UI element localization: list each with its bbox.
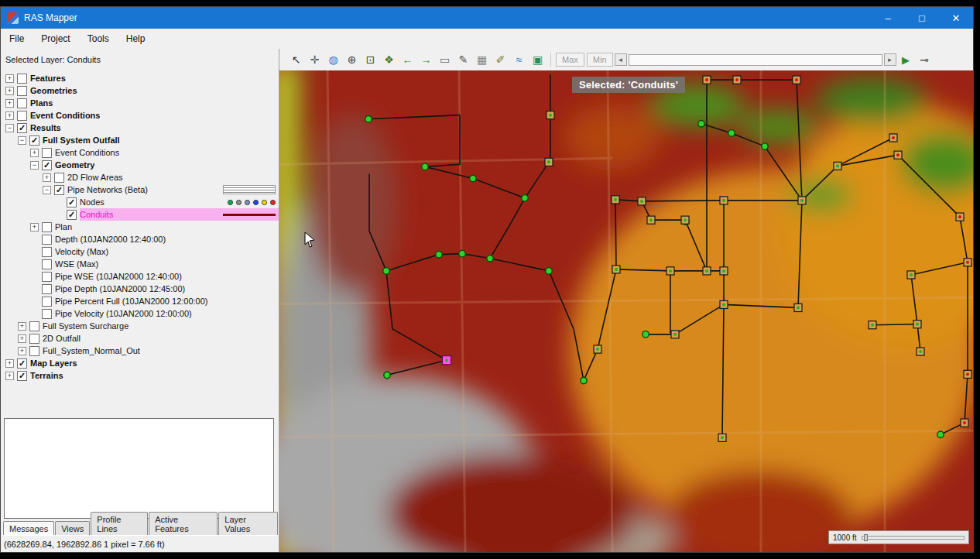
layer-checkbox[interactable]: ✓ [67, 197, 77, 207]
expand-plus-icon[interactable]: + [43, 173, 51, 182]
expand-plus-icon[interactable]: + [5, 372, 14, 380]
maximize-button[interactable]: □ [905, 7, 939, 29]
messages-box[interactable] [4, 418, 274, 519]
layer-checkbox[interactable] [29, 334, 39, 344]
expand-plus-icon[interactable]: + [30, 223, 39, 231]
timeline-slider[interactable] [629, 54, 882, 66]
expand-plus-icon[interactable]: + [30, 149, 39, 157]
layer-checkbox[interactable]: ✓ [42, 160, 52, 170]
tree-item-2d-outfall[interactable]: +2D Outfall [1, 332, 279, 345]
pan-tool-icon[interactable]: ✛ [306, 51, 324, 69]
layer-checkbox[interactable]: ✓ [67, 210, 77, 220]
tree-item-full-system-normal-out[interactable]: +Full_System_Normal_Out [1, 345, 279, 357]
tree-item-pipe-velocity-10jan2000-12-00-00[interactable]: Pipe Velocity (10JAN2000 12:00:00) [1, 307, 279, 320]
layer-checkbox[interactable]: ✓ [17, 358, 27, 369]
layer-checkbox[interactable] [17, 98, 27, 108]
menu-file[interactable]: File [1, 30, 33, 47]
tree-item-full-system-surcharge[interactable]: +Full System Surcharge [1, 320, 279, 332]
play-animation-button[interactable]: ▶ [897, 51, 915, 69]
expand-plus-icon[interactable]: + [18, 347, 26, 355]
select-tool-icon[interactable]: ↖ [287, 51, 305, 69]
scale-groove[interactable] [862, 536, 965, 540]
edit-geometry-tool-icon[interactable]: ✎ [454, 51, 472, 69]
expand-plus-icon[interactable]: + [18, 322, 26, 331]
tree-item-features[interactable]: +Features [1, 72, 279, 84]
layer-checkbox[interactable] [54, 173, 64, 183]
measure-tool-icon[interactable]: ▭ [436, 51, 454, 69]
menu-project[interactable]: Project [33, 30, 78, 47]
tree-item-terrains[interactable]: +✓Terrains [1, 369, 279, 382]
3d-viewer-tool-icon[interactable]: ▣ [529, 51, 547, 69]
tree-item-plan[interactable]: +Plan [1, 221, 279, 233]
layer-checkbox[interactable] [42, 284, 52, 294]
tree-item-nodes[interactable]: ✓Nodes [1, 196, 279, 208]
layer-checkbox[interactable] [42, 222, 52, 232]
layer-checkbox[interactable] [42, 235, 52, 245]
close-button[interactable]: ✕ [939, 7, 973, 29]
collapse-minus-icon[interactable]: − [5, 124, 14, 132]
expand-plus-icon[interactable]: + [18, 334, 26, 343]
expand-plus-icon[interactable]: + [5, 74, 14, 83]
menu-tools[interactable]: Tools [79, 30, 118, 47]
tree-item-event-conditions[interactable]: +Event Conditions [1, 109, 279, 122]
tree-item-full-system-outfall[interactable]: −✓Full System Outfall [1, 134, 279, 146]
tab-active-features[interactable]: Active Features [149, 512, 218, 535]
layer-checkbox[interactable] [42, 247, 52, 257]
tree-item-velocity-max[interactable]: Velocity (Max) [1, 245, 279, 258]
minimize-button[interactable]: – [871, 7, 905, 29]
layer-checkbox[interactable] [29, 346, 39, 356]
collapse-minus-icon[interactable]: − [30, 161, 39, 170]
layer-checkbox[interactable] [42, 148, 52, 158]
tree-item-conduits[interactable]: ✓Conduits [1, 208, 279, 221]
tree-item-results[interactable]: −✓Results [1, 122, 279, 134]
layer-checkbox[interactable] [29, 321, 39, 331]
tree-item-pipe-percent-full-10jan2000-12-00-00[interactable]: Pipe Percent Full (10JAN2000 12:00:00) [1, 295, 279, 307]
timeline-step-forward-button[interactable]: ▸ [884, 53, 896, 66]
tree-item-map-layers[interactable]: +✓Map Layers [1, 357, 279, 369]
layer-checkbox[interactable]: ✓ [17, 123, 27, 133]
tree-item-event-conditions[interactable]: +Event Conditions [1, 146, 279, 159]
tree-item-plans[interactable]: +Plans [1, 97, 279, 109]
tree-item-pipe-depth-10jan2000-12-45-00[interactable]: Pipe Depth (10JAN2000 12:45:00) [1, 283, 279, 295]
expand-plus-icon[interactable]: + [5, 99, 14, 108]
expand-plus-icon[interactable]: + [5, 87, 14, 95]
tree-item-depth-10jan2000-12-40-00[interactable]: Depth (10JAN2000 12:40:00) [1, 233, 279, 245]
tree-item-geometry[interactable]: −✓Geometry [1, 159, 279, 171]
layer-checkbox[interactable]: ✓ [54, 185, 64, 195]
tree-item-pipe-wse-10jan2000-12-40-00[interactable]: Pipe WSE (10JAN2000 12:40:00) [1, 270, 279, 283]
tree-item-wse-max[interactable]: WSE (Max) [1, 258, 279, 270]
tree-item-pipe-networks-beta[interactable]: −✓Pipe Networks (Beta) [1, 183, 279, 196]
layer-checkbox[interactable] [42, 272, 52, 282]
min-button[interactable]: Min [587, 53, 613, 67]
layer-checkbox[interactable] [42, 259, 52, 269]
raster-grid-tool-icon[interactable]: ▦ [473, 51, 491, 69]
zoom-extents-icon[interactable]: ◍ [324, 51, 342, 69]
layer-checkbox[interactable] [17, 74, 27, 84]
tab-messages[interactable]: Messages [3, 521, 54, 535]
collapse-minus-icon[interactable]: − [18, 136, 26, 145]
tab-views[interactable]: Views [55, 521, 90, 535]
zoom-window-icon[interactable]: ❖ [380, 51, 398, 69]
next-view-icon[interactable]: → [417, 51, 435, 69]
expand-plus-icon[interactable]: + [5, 359, 14, 368]
collapse-minus-icon[interactable]: − [43, 186, 51, 194]
layer-checkbox[interactable] [42, 297, 52, 307]
layer-checkbox[interactable] [17, 111, 27, 121]
timeline-step-back-button[interactable]: ◂ [615, 53, 627, 66]
layer-checkbox[interactable] [42, 309, 52, 319]
tab-profile-lines[interactable]: Profile Lines [91, 512, 148, 535]
layer-checkbox[interactable] [17, 86, 27, 96]
menu-help[interactable]: Help [118, 30, 154, 47]
max-button[interactable]: Max [556, 53, 584, 67]
profile-line-tool-icon[interactable]: ≈ [510, 51, 528, 69]
tree-item-2d-flow-areas[interactable]: +2D Flow Areas [1, 171, 279, 183]
zoom-out-icon[interactable]: ⊡ [362, 51, 379, 69]
tree-item-geometries[interactable]: +Geometries [1, 84, 279, 97]
expand-plus-icon[interactable]: + [5, 111, 14, 120]
tab-layer-values[interactable]: Layer Values [218, 512, 278, 535]
layer-checkbox[interactable]: ✓ [17, 371, 27, 381]
layer-checkbox[interactable]: ✓ [29, 135, 39, 146]
map-canvas[interactable]: Selected: 'Conduits' 1000 ft [279, 70, 973, 552]
draw-tool-icon[interactable]: ✐ [492, 51, 509, 69]
title-bar[interactable]: RAS Mapper – □ ✕ [1, 7, 973, 29]
